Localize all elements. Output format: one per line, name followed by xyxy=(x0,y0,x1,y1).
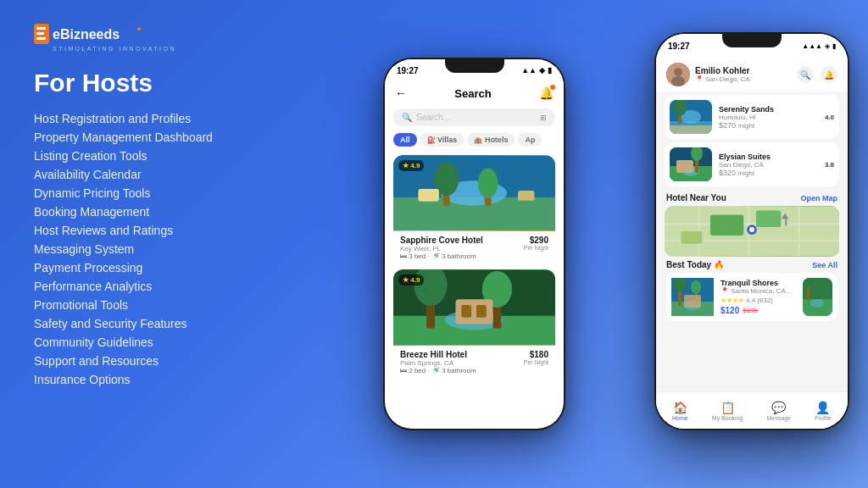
bottom-nav: 🏠 Home 📋 My Booking 💬 Message 👤 xyxy=(656,391,848,429)
nav-item-message[interactable]: 💬 Message xyxy=(767,401,791,421)
listing-rating-1: 4.0 xyxy=(825,114,834,121)
listing-price-2: $320 /night xyxy=(719,169,818,177)
notification-icon[interactable]: 🔔 xyxy=(539,86,554,100)
hotel-near-you-header: Hotel Near You Open Map xyxy=(656,190,848,206)
filter-tabs: All ⛽ Villas 🏨 Hotels Ap xyxy=(385,130,564,150)
menu-item[interactable]: Performance Analytics xyxy=(34,277,322,295)
wifi-icon: ◈ xyxy=(539,66,545,75)
hotel-badge-1: ★ 4.9 xyxy=(398,160,424,171)
home-icon: 🏠 xyxy=(673,401,687,414)
rating-value: 4.4 xyxy=(746,297,755,304)
fire-icon: 🔥 xyxy=(714,260,724,269)
listing-price-1: $270 /night xyxy=(719,121,818,130)
user-header: Emilio Kohler 📍 San Diego, CA 🔍 🔔 xyxy=(656,58,848,92)
booking-icon: 📋 xyxy=(721,401,735,414)
best-card[interactable]: Tranquil Shores 📍 Santa Monica, CA... ★★… xyxy=(666,273,837,321)
svg-rect-1 xyxy=(36,27,46,30)
phone-right: 19:27 ▲▲▲ ◈ ▮ xyxy=(654,32,849,430)
menu-item[interactable]: Community Guidelines xyxy=(34,333,322,351)
nav-item-profile[interactable]: 👤 Profile xyxy=(815,401,832,421)
listing-card-1[interactable]: Serenity Sands Honolulu, HI $270 /night … xyxy=(665,95,839,139)
menu-item[interactable]: Safety and Security Features xyxy=(34,314,322,332)
location-pin-icon: 📍 xyxy=(695,75,704,83)
nav-profile-label: Profile xyxy=(815,415,832,421)
best-today-header: Best Today 🔥 See All xyxy=(666,260,837,269)
left-status-icons: ▲▲ ◈ ▮ xyxy=(521,66,552,75)
svg-point-12 xyxy=(478,169,498,198)
search-bar[interactable]: 🔍 Search... ⊞ xyxy=(393,108,555,126)
menu-item[interactable]: Insurance Options xyxy=(34,370,322,388)
phones-container: 19:27 ▲▲ ◈ ▮ ← Search 🔔 xyxy=(366,24,858,464)
hotel-badge-2: ★ 4.9 xyxy=(398,274,424,286)
right-panel: 19:27 ▲▲ ◈ ▮ ← Search 🔔 xyxy=(356,0,868,488)
nav-item-home[interactable]: 🏠 Home xyxy=(672,401,688,421)
svg-rect-46 xyxy=(710,214,743,236)
battery-icon: ▮ xyxy=(548,66,552,75)
filter-tab-all[interactable]: All xyxy=(393,133,417,147)
menu-item[interactable]: Booking Management xyxy=(34,202,322,220)
best-card-side-img xyxy=(803,278,832,316)
user-avatar xyxy=(666,63,690,86)
logo-container: eBizneeds ✦ stimulating innovation xyxy=(34,20,322,52)
open-map-button[interactable]: Open Map xyxy=(800,194,837,202)
best-hotel-rating: ★★★★ 4.4 (832) xyxy=(721,297,796,304)
current-price: $120 xyxy=(721,306,739,315)
right-status-icons: ▲▲▲ ◈ ▮ xyxy=(802,42,836,50)
location-pin-icon-2: 📍 xyxy=(721,287,729,295)
listing-loc-1: Honolulu, HI xyxy=(719,114,818,121)
menu-item[interactable]: Host Registration and Profiles xyxy=(34,109,322,127)
user-name: Emilio Kohler xyxy=(695,66,750,75)
see-all-button[interactable]: See All xyxy=(812,261,837,269)
hotel-name-2: Breeze Hill Hotel xyxy=(400,350,467,359)
listing-name-2: Elysian Suites xyxy=(719,152,818,161)
svg-text:✦: ✦ xyxy=(136,25,142,34)
filter-icon[interactable]: ⊞ xyxy=(540,114,547,122)
old-price: $199 xyxy=(743,307,758,314)
bell-icon-btn[interactable]: 🔔 xyxy=(821,66,837,83)
menu-item[interactable]: Messaging System xyxy=(34,240,322,258)
hotel-price-label-1: Per Night xyxy=(524,245,548,251)
menu-item[interactable]: Payment Processing xyxy=(34,258,322,276)
menu-item[interactable]: Support and Resources xyxy=(34,352,322,369)
right-screen-content: 19:27 ▲▲▲ ◈ ▮ xyxy=(656,34,848,429)
listing-name-1: Serenity Sands xyxy=(719,105,818,114)
search-icon: 🔍 xyxy=(402,113,412,122)
map-area[interactable] xyxy=(665,206,839,257)
user-avatar-area: Emilio Kohler 📍 San Diego, CA xyxy=(666,63,750,86)
menu-item[interactable]: Promotional Tools xyxy=(34,296,322,313)
menu-item[interactable]: Listing Creation Tools xyxy=(34,147,322,164)
best-img xyxy=(671,278,714,316)
menu-item[interactable]: Dynamic Pricing Tools xyxy=(34,184,322,202)
menu-item[interactable]: Property Management Dashboard xyxy=(34,128,322,146)
svg-rect-13 xyxy=(418,189,438,202)
nav-message-label: Message xyxy=(767,415,791,421)
menu-list: Host Registration and Profiles Property … xyxy=(34,109,322,388)
svg-point-63 xyxy=(810,299,824,308)
svg-text:eBizneeds: eBizneeds xyxy=(53,27,120,42)
price-row: $120 $199 xyxy=(721,306,796,315)
logo-tagline: stimulating innovation xyxy=(53,46,322,52)
hotel-card-1[interactable]: ★ 4.9 Sapphire Cove Hotel Key West, FL $… xyxy=(393,155,555,264)
menu-item[interactable]: Availability Calendar xyxy=(34,165,322,183)
search-icon-btn[interactable]: 🔍 xyxy=(797,66,814,83)
svg-point-59 xyxy=(691,280,701,294)
hotel-card-2[interactable]: ★ 4.9 Breeze Hill Hotel Palm Springs, CA… xyxy=(393,269,555,379)
svg-rect-48 xyxy=(682,231,703,244)
menu-item[interactable]: Host Reviews and Ratings xyxy=(34,221,322,239)
hotel-price-label-2: Per Night xyxy=(524,359,548,365)
filter-tab-hotels[interactable]: 🏨 Hotels xyxy=(467,133,515,147)
best-hotel-location: 📍 Santa Monica, CA... xyxy=(721,287,796,295)
best-hotel-name: Tranquil Shores xyxy=(721,279,796,287)
filter-tab-villas[interactable]: ⛽ Villas xyxy=(420,133,465,147)
filter-tab-ap[interactable]: Ap xyxy=(518,133,542,147)
right-battery-icon: ▮ xyxy=(832,42,836,50)
back-icon[interactable]: ← xyxy=(395,86,407,100)
listing-thumb-2 xyxy=(670,147,712,181)
logo-svg: eBizneeds ✦ xyxy=(34,20,153,47)
svg-rect-22 xyxy=(455,299,492,324)
nav-item-booking[interactable]: 📋 My Booking xyxy=(712,401,743,421)
svg-point-27 xyxy=(671,76,685,86)
hotel-info-1: Sapphire Cove Hotel Key West, FL $290 Pe… xyxy=(393,231,555,264)
left-phone-screen: 19:27 ▲▲ ◈ ▮ ← Search 🔔 xyxy=(385,59,564,429)
listing-card-2[interactable]: Elysian Suites San Diego, CA $320 /night… xyxy=(665,142,839,186)
